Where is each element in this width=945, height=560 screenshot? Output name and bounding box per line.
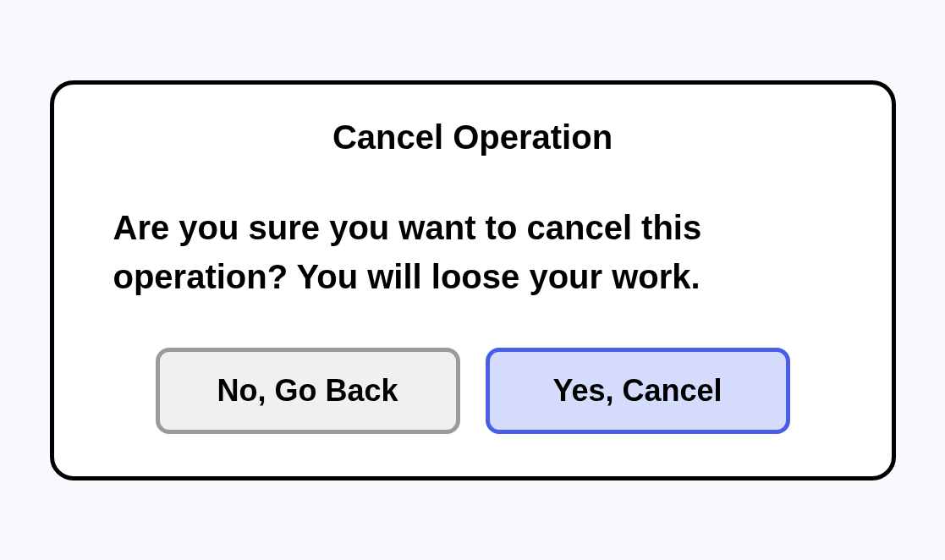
dialog-title: Cancel Operation [96,118,849,156]
go-back-button[interactable]: No, Go Back [156,348,460,434]
dialog-message: Are you sure you want to cancel this ope… [96,203,849,301]
confirm-cancel-button[interactable]: Yes, Cancel [486,348,790,434]
cancel-operation-dialog: Cancel Operation Are you sure you want t… [50,80,896,480]
dialog-actions: No, Go Back Yes, Cancel [96,348,849,434]
